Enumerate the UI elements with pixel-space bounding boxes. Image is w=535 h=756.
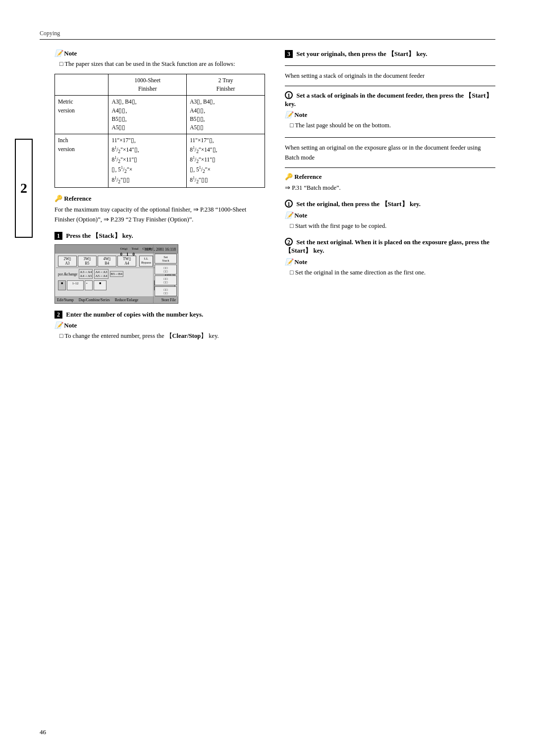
note-item-paper-sizes: The paper sizes that can be used in the … [54,59,265,69]
header-text: Copying [40,30,60,37]
step2-note-icon: 📝 [54,322,62,329]
divider1 [285,65,495,66]
ref2-block: 🔑 Reference ⇒ P.31 “Batch mode”. [285,173,495,193]
screen-ratio2[interactable]: A4→A3A5→A4 [94,269,108,279]
step2-block: 2 Enter the number of copies with the nu… [54,311,265,341]
batch-step2-note-block: 📝 Note Set the original in the same dire… [285,258,495,277]
screen-btn-a4[interactable]: TW▯A4 [117,256,136,267]
table-header-1000sheet: 1000-SheetFinisher [108,74,187,96]
batch-step2-heading: 2 Set the next original. When it is plac… [285,238,495,255]
total-label: Total [131,247,138,251]
screen-dot: • [85,280,93,290]
screen-staple-btn[interactable]: □□□□ [155,265,177,274]
screen-btn-b4[interactable]: 4W▯B4 [98,256,116,267]
sub-step1-note-block: 📝 Note The last page should be on the bo… [285,111,495,130]
batch-step2-number: 2 [285,238,293,246]
footer-dup-combine: Dup/Combine/Series [79,298,110,302]
ref-text: For the maximum tray capacity of the opt… [54,205,265,224]
divider4 [285,167,495,168]
table-cell-metric-label: Metricversion [55,96,108,134]
page: Copying 2 📝 Note The paper sizes that ca… [0,0,535,756]
two-column-layout: 📝 Note The paper sizes that can be used … [40,50,495,348]
table-cell-inch-1000sheet: 11″×17″▯,81/2″×14″▯,81/2″×11″▯▯, 51/2″×8… [108,134,187,188]
screen-set-stack-btn[interactable]: SetStack [155,254,177,264]
copies-val: 0 [132,252,135,258]
num-labels: Origi Total Copies [120,247,152,251]
screen-numbers: Origi Total Copies 0 1 0 [120,247,152,257]
step2-note-item: To change the entered number, press the … [54,331,265,341]
machine-screen: 33JUL 2081 16:118 Origi Total Copies 0 1… [54,244,178,304]
orig-label: Origi [120,247,127,251]
table-header-2tray: 2 TrayFinisher [187,74,265,96]
footer-reduce: Reduce/Enlarge [115,298,139,302]
screen-btn-bypass[interactable]: LLBypass [139,256,153,267]
batch-step2-note-item: Set the original in the same direction a… [285,268,495,277]
screen-store-file-btn[interactable]: □□□□ [155,286,177,296]
step3-number: 3 [285,50,293,58]
batch-step1-note-heading: 📝 Note [285,212,495,219]
num-values: 0 1 0 [120,252,152,258]
screen-btn-a3[interactable]: 2W▯A3 [58,256,77,267]
section2-context: When setting an original on the exposure… [285,143,495,162]
note-icon: 📝 [54,50,62,57]
table-row-inch: Inchversion 11″×17″▯,81/2″×14″▯,81/2″×11… [55,134,265,188]
sub-step1-note-icon: 📝 [285,111,293,118]
batch-step1-heading: 1 Set the original, then press the 【Star… [285,200,495,209]
page-number: 46 [40,728,46,736]
table-header-blank [55,74,108,96]
orig-val: 0 [120,252,122,258]
batch-step1-text: Set the original, then press the 【Start】… [296,200,421,208]
table-cell-metric-2tray: A3▯, B4▯,A4▯▯,B5▯▯,A5▯▯ [187,96,265,134]
screen-ratio3[interactable]: B5→B4 [110,271,123,277]
header-section: Copying [40,30,495,40]
sub-step1-heading: 1 Set a stack of originals in the docume… [285,91,495,108]
sub-step1-text: Set a stack of originals in the document… [285,92,492,108]
step3-block: 3 Set your originals, then press the 【St… [285,50,495,58]
step2-heading: 2 Enter the number of copies with the nu… [54,311,265,319]
left-column: 📝 Note The paper sizes that can be used … [40,50,265,348]
step1-heading: 1 Press the 【Stack】 key. [54,231,265,240]
batch-step1-note-icon: 📝 [285,212,293,219]
ref2-icon: 🔑 [285,173,293,180]
screen-ratio1[interactable]: A3→A4A4→A5 [79,269,93,279]
table-cell-metric-1000sheet: A3▯, B4▯,A4▯▯,B5▯▯,A5▯▯ [108,96,187,134]
ref-icon: 🔑 [54,195,62,202]
sub-step1-note-heading: 📝 Note [285,111,495,119]
step2-note-block: 📝 Note To change the entered number, pre… [54,322,265,341]
screen-number-display: 1-12 [67,280,84,290]
screen-pce-label: pce.&change [58,272,77,276]
sub-step1-number: 1 [285,91,293,99]
total-val: 1 [126,252,129,258]
screen-tray-icon[interactable]: ■ [58,280,66,290]
step2-number: 2 [54,311,62,319]
batch-step2-note-heading: 📝 Note [285,258,495,266]
batch-step1-note-block: 📝 Note Start with the first page to be c… [285,212,495,231]
chapter-number: 2 [15,139,33,238]
paper-sizes-table: 1000-SheetFinisher 2 TrayFinisher Metric… [54,74,265,188]
ref-heading: 🔑 Reference [54,195,265,203]
step3-heading: 3 Set your originals, then press the 【St… [285,50,495,58]
table-row-metric: Metricversion A3▯, B4▯,A4▯▯,B5▯▯,A5▯▯ A3… [55,96,265,134]
batch-step1-note-item: Start with the first page to be copied. [285,221,495,231]
step1-number: 1 [54,232,62,240]
table-cell-inch-label: Inchversion [55,134,108,188]
sub-step1-block: 1 Set a stack of originals in the docume… [285,91,495,130]
batch-step2-block: 2 Set the next original. When it is plac… [285,238,495,277]
screen-staple2-btn[interactable]: □□□□ [155,275,177,285]
divider2 [285,86,495,86]
sub-step1-note-item: The last page should be on the bottom. [285,121,495,130]
step2-note-heading: 📝 Note [54,322,265,329]
screen-num2: ■ [94,280,107,290]
reference-block: 🔑 Reference For the maximum tray capacit… [54,195,265,224]
screen-right-btns: SetStack □□□□ □□□□ □□□□ [153,245,178,303]
footer-edit-stamp: Edit/Stamp [57,298,74,302]
section1-context: When setting a stack of originals in the… [285,71,495,81]
ref2-heading: 🔑 Reference [285,173,495,181]
batch-step1-number: 1 [285,200,293,208]
table-cell-inch-2tray: 11″×17″▯,81/2″×14″▯,81/2″×11″▯▯, 51/2″×8… [187,134,265,188]
note-heading: 📝 Note [54,50,265,57]
screen-btn-b5[interactable]: 3W▯B5 [78,256,97,267]
batch-step2-note-icon: 📝 [285,258,293,266]
divider3 [285,137,495,138]
batch-step1-block: 1 Set the original, then press the 【Star… [285,200,495,231]
